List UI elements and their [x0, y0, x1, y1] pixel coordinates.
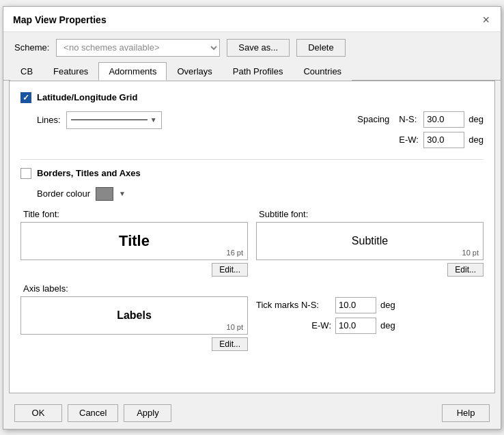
lat-lon-grid-section: Latitude/Longitude Grid Lines: ▼ Spacing… — [20, 92, 484, 148]
tick-ew-deg: deg — [380, 320, 395, 331]
dropdown-arrow-icon: ▼ — [150, 116, 157, 124]
title-bar: Map View Properties × — [3, 7, 501, 32]
subtitle-font-label: Subtitle font: — [259, 209, 484, 219]
footer-right: Help — [442, 404, 490, 422]
subtitle-edit-row: Edit... — [256, 263, 484, 277]
axis-font-preview-box: Labels 10 pt — [20, 296, 248, 335]
title-font-label: Title font: — [23, 209, 248, 219]
title-font-group: Title font: Title 16 pt Edit... — [20, 209, 248, 277]
tick-right: Tick marks N-S: deg E-W: deg — [256, 283, 484, 334]
help-button[interactable]: Help — [442, 404, 490, 422]
title-edit-row: Edit... — [20, 263, 248, 277]
borders-section: Borders, Titles and Axes Border colour ▼… — [20, 159, 484, 351]
title-edit-button[interactable]: Edit... — [212, 263, 248, 277]
subtitle-font-group: Subtitle font: Subtitle 10 pt Edit... — [256, 209, 484, 277]
spacing-area: Spacing N-S: deg E-W: deg — [357, 111, 484, 148]
tick-ew-row: E-W: deg — [256, 318, 484, 334]
tab-overlays[interactable]: Overlays — [167, 62, 222, 81]
title-pt: 16 pt — [227, 249, 243, 257]
title-font-preview: Title — [119, 232, 150, 250]
axis-left: Axis labels: Labels 10 pt Edit... — [20, 283, 248, 351]
scheme-select[interactable]: <no schemes available> — [56, 39, 220, 57]
line-style-selector[interactable]: ▼ — [66, 111, 162, 129]
borders-header: Borders, Titles and Axes — [20, 168, 484, 179]
axis-font-group: Axis labels: Labels 10 pt Edit... — [20, 283, 248, 351]
tick-ns-deg: deg — [380, 300, 395, 310]
ns-deg-label: deg — [468, 114, 484, 124]
spacing-main-label: Spacing — [357, 114, 395, 124]
apply-button[interactable]: Apply — [124, 404, 171, 422]
ew-value-input[interactable] — [423, 132, 464, 148]
ok-button[interactable]: OK — [14, 404, 62, 422]
axis-tick-row: Axis labels: Labels 10 pt Edit... Tick m… — [20, 283, 484, 351]
tick-ew-label: E-W: — [256, 320, 331, 331]
axis-edit-row: Edit... — [20, 337, 248, 351]
tick-marks-label: Tick marks N-S: — [256, 300, 331, 310]
border-colour-label: Border colour — [37, 188, 90, 199]
tab-features[interactable]: Features — [43, 62, 98, 81]
footer: OK Cancel Apply Help — [3, 399, 501, 429]
axis-labels-label: Axis labels: — [23, 283, 248, 294]
subtitle-pt: 10 pt — [462, 249, 479, 257]
lines-spacing-row: Lines: ▼ Spacing N-S: deg E- — [20, 111, 484, 148]
tick-ns-row: Tick marks N-S: deg — [256, 297, 484, 313]
subtitle-font-preview-box: Subtitle 10 pt — [256, 222, 484, 260]
tick-ew-input[interactable] — [335, 318, 376, 334]
border-color-row: Border colour ▼ — [20, 187, 484, 201]
lat-lon-checkbox[interactable] — [20, 92, 31, 103]
tick-ns-input[interactable] — [335, 297, 376, 313]
spacing-ns-row: Spacing N-S: deg — [357, 111, 484, 128]
tab-path-profiles[interactable]: Path Profiles — [223, 62, 294, 81]
map-view-properties-dialog: Map View Properties × Scheme: <no scheme… — [3, 6, 501, 430]
tab-adornments[interactable]: Adornments — [98, 62, 167, 81]
close-button[interactable]: × — [481, 14, 491, 26]
line-sample — [71, 120, 148, 120]
scheme-row: Scheme: <no schemes available> Save as..… — [3, 32, 501, 62]
lat-lon-title: Latitude/Longitude Grid — [37, 92, 137, 102]
border-color-dropdown-icon[interactable]: ▼ — [119, 190, 126, 197]
dialog-title: Map View Properties — [13, 14, 107, 25]
ew-label: E-W: — [399, 135, 419, 145]
axis-font-preview: Labels — [117, 309, 152, 322]
fonts-grid: Title font: Title 16 pt Edit... Subtitle… — [20, 209, 484, 277]
subtitle-font-preview: Subtitle — [352, 235, 388, 247]
border-color-swatch[interactable] — [96, 187, 113, 201]
axis-pt: 10 pt — [227, 323, 243, 331]
ns-value-input[interactable] — [423, 111, 464, 128]
borders-title: Borders, Titles and Axes — [37, 168, 141, 178]
ew-deg-label: deg — [468, 135, 484, 145]
tab-cb[interactable]: CB — [10, 62, 43, 81]
borders-checkbox[interactable] — [20, 168, 31, 179]
save-as-button[interactable]: Save as... — [227, 39, 290, 57]
ns-label: N-S: — [399, 114, 419, 124]
scheme-label: Scheme: — [14, 42, 49, 53]
delete-button[interactable]: Delete — [296, 39, 346, 57]
title-font-preview-box: Title 16 pt — [20, 222, 248, 260]
lines-left: Lines: ▼ — [37, 111, 162, 129]
cancel-button[interactable]: Cancel — [68, 404, 118, 422]
lat-lon-header: Latitude/Longitude Grid — [20, 92, 484, 103]
footer-left: OK Cancel Apply — [14, 404, 171, 422]
spacing-ew-row: E-W: deg — [357, 132, 484, 148]
tab-countries[interactable]: Countries — [293, 62, 352, 81]
tabs-bar: CB Features Adornments Overlays Path Pro… — [3, 62, 501, 81]
lines-label: Lines: — [37, 115, 61, 125]
content-area: Latitude/Longitude Grid Lines: ▼ Spacing… — [9, 81, 495, 393]
axis-edit-button[interactable]: Edit... — [212, 337, 248, 351]
subtitle-edit-button[interactable]: Edit... — [447, 263, 484, 277]
